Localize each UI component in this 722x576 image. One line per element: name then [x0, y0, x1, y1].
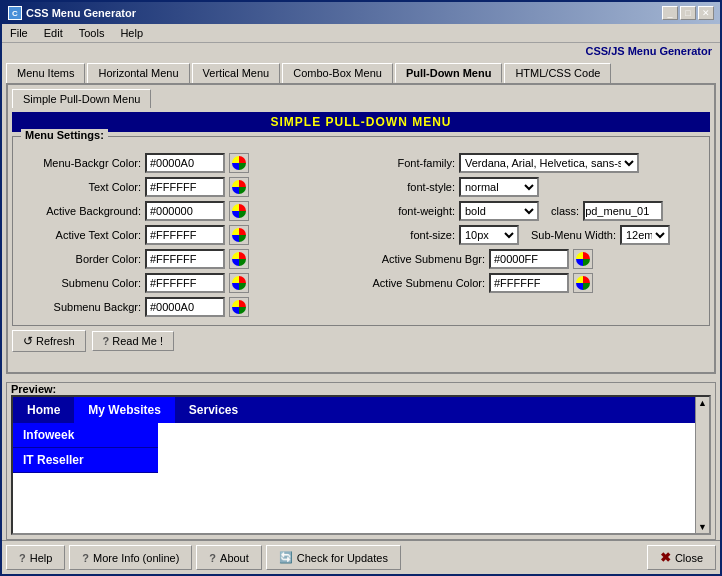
label-menu-backgr: Menu-Backgr Color:: [21, 157, 141, 169]
tab-combobox-menu[interactable]: Combo-Box Menu: [282, 63, 393, 83]
minimize-button[interactable]: _: [662, 6, 678, 20]
refresh-button[interactable]: ↺ Refresh: [12, 330, 86, 352]
tab-html-css-code[interactable]: HTML/CSS Code: [504, 63, 611, 83]
color-btn-active-submenu-bgr[interactable]: [573, 249, 593, 269]
color-btn-active-submenu-color[interactable]: [573, 273, 593, 293]
tab-pulldown-menu[interactable]: Pull-Down Menu: [395, 63, 503, 83]
title-bar: C CSS Menu Generator _ □ ✕: [2, 2, 720, 24]
color-btn-menu-backgr[interactable]: [229, 153, 249, 173]
label-border-color: Border Color:: [21, 253, 141, 265]
preview-scrollbar[interactable]: ▲ ▼: [695, 397, 709, 533]
color-btn-submenu-color[interactable]: [229, 273, 249, 293]
window: C CSS Menu Generator _ □ ✕ File Edit Too…: [0, 0, 722, 576]
input-class[interactable]: [583, 201, 663, 221]
window-title: CSS Menu Generator: [26, 7, 136, 19]
close-button[interactable]: ✖ Close: [647, 545, 716, 570]
subtab-simple-pulldown[interactable]: Simple Pull-Down Menu: [12, 89, 151, 108]
maximize-button[interactable]: □: [680, 6, 696, 20]
input-submenu-backgr[interactable]: [145, 297, 225, 317]
color-btn-submenu-backgr[interactable]: [229, 297, 249, 317]
refresh-icon: ↺: [23, 334, 33, 348]
menu-file[interactable]: File: [6, 26, 32, 40]
label-class: class:: [551, 205, 579, 217]
color-btn-border-color[interactable]: [229, 249, 249, 269]
field-active-text-color: Active Text Color:: [21, 225, 357, 245]
nav-services[interactable]: Services: [175, 397, 252, 423]
about-button[interactable]: ? About: [196, 545, 261, 570]
readme-button[interactable]: ? Read Me !: [92, 331, 174, 351]
label-submenu-color: Submenu Color:: [21, 277, 141, 289]
label-font-style: font-style:: [365, 181, 455, 193]
right-column: Font-family: Verdana, Arial, Helvetica, …: [365, 153, 701, 317]
submenu-infoweek[interactable]: Infoweek: [13, 423, 158, 448]
about-icon: ?: [209, 552, 216, 564]
select-submenu-width[interactable]: 12em: [620, 225, 670, 245]
main-tabs: Menu Items Horizontal Menu Vertical Menu…: [2, 59, 720, 83]
input-active-text[interactable]: [145, 225, 225, 245]
readme-icon: ?: [103, 335, 110, 347]
footer-bar: ? Help ? More Info (online) ? About 🔄 Ch…: [2, 540, 720, 574]
sub-tabs: Simple Pull-Down Menu: [12, 89, 710, 108]
input-submenu-color[interactable]: [145, 273, 225, 293]
about-label: About: [220, 552, 249, 564]
content-area: Simple Pull-Down Menu SIMPLE PULL-DOWN M…: [6, 83, 716, 374]
preview-nav: Home My Websites Services: [13, 397, 709, 423]
submenu-it-reseller[interactable]: IT Reseller: [13, 448, 158, 473]
select-font-weight[interactable]: bold: [459, 201, 539, 221]
select-font-size[interactable]: 10px: [459, 225, 519, 245]
more-info-icon: ?: [82, 552, 89, 564]
field-submenu-backgr: Submenu Backgr:: [21, 297, 357, 317]
field-font-family: Font-family: Verdana, Arial, Helvetica, …: [365, 153, 701, 173]
input-text-color[interactable]: [145, 177, 225, 197]
close-window-button[interactable]: ✕: [698, 6, 714, 20]
settings-box: Menu Settings: Menu-Backgr Color: Text C…: [12, 136, 710, 326]
select-font-family[interactable]: Verdana, Arial, Helvetica, sans-serif: [459, 153, 639, 173]
refresh-label: Refresh: [36, 335, 75, 347]
close-icon: ✖: [660, 550, 671, 565]
nav-my-websites[interactable]: My Websites: [74, 397, 174, 423]
field-font-size: font-size: 10px Sub-Menu Width: 12em: [365, 225, 701, 245]
menu-help[interactable]: Help: [116, 26, 147, 40]
field-font-weight: font-weight: bold class:: [365, 201, 701, 221]
input-active-submenu-color[interactable]: [489, 273, 569, 293]
field-active-submenu-bgr: Active Submenu Bgr:: [365, 249, 701, 269]
label-font-family: Font-family:: [365, 157, 455, 169]
help-button[interactable]: ? Help: [6, 545, 65, 570]
more-info-button[interactable]: ? More Info (online): [69, 545, 192, 570]
label-active-text: Active Text Color:: [21, 229, 141, 241]
submenu: Infoweek IT Reseller: [13, 423, 158, 473]
menu-bar: File Edit Tools Help: [2, 24, 720, 43]
label-font-size: font-size:: [365, 229, 455, 241]
label-active-submenu-color: Active Submenu Color:: [365, 277, 485, 289]
section-title: SIMPLE PULL-DOWN MENU: [12, 112, 710, 132]
field-menu-backgr-color: Menu-Backgr Color:: [21, 153, 357, 173]
help-icon: ?: [19, 552, 26, 564]
help-label: Help: [30, 552, 53, 564]
tab-horizontal-menu[interactable]: Horizontal Menu: [87, 63, 189, 83]
input-active-bg[interactable]: [145, 201, 225, 221]
tab-vertical-menu[interactable]: Vertical Menu: [192, 63, 281, 83]
select-font-style[interactable]: normal: [459, 177, 539, 197]
left-column: Menu-Backgr Color: Text Color: Active Ba…: [21, 153, 357, 317]
app-icon: C: [8, 6, 22, 20]
menu-tools[interactable]: Tools: [75, 26, 109, 40]
label-active-submenu-bgr: Active Submenu Bgr:: [365, 253, 485, 265]
nav-home[interactable]: Home: [13, 397, 74, 423]
field-active-background: Active Background:: [21, 201, 357, 221]
top-right-label: CSS/JS Menu Generator: [2, 43, 720, 59]
check-updates-button[interactable]: 🔄 Check for Updates: [266, 545, 401, 570]
menu-edit[interactable]: Edit: [40, 26, 67, 40]
check-updates-label: Check for Updates: [297, 552, 388, 564]
field-submenu-color: Submenu Color:: [21, 273, 357, 293]
color-btn-active-text[interactable]: [229, 225, 249, 245]
label-text-color: Text Color:: [21, 181, 141, 193]
tab-menu-items[interactable]: Menu Items: [6, 63, 85, 83]
input-border-color[interactable]: [145, 249, 225, 269]
input-menu-backgr[interactable]: [145, 153, 225, 173]
color-btn-text-color[interactable]: [229, 177, 249, 197]
close-label: Close: [675, 552, 703, 564]
input-active-submenu-bgr[interactable]: [489, 249, 569, 269]
field-active-submenu-color: Active Submenu Color:: [365, 273, 701, 293]
label-submenu-backgr: Submenu Backgr:: [21, 301, 141, 313]
color-btn-active-bg[interactable]: [229, 201, 249, 221]
